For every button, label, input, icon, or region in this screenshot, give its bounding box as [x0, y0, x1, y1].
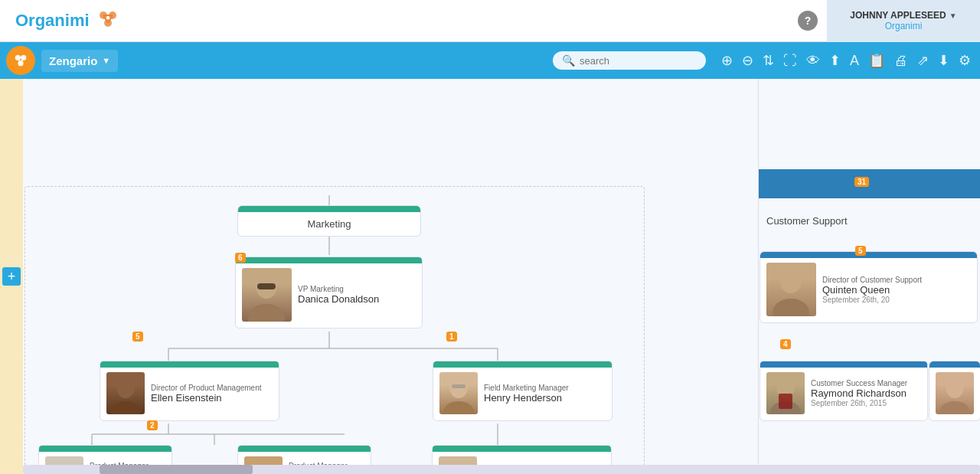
- customer-success-node[interactable]: Customer Success Manager Raymond Richard…: [760, 361, 928, 421]
- customer-support-dept-label: Customer Support: [759, 208, 980, 234]
- director-support-node[interactable]: Director of Customer Support Quinten Que…: [760, 251, 978, 323]
- search-box[interactable]: 🔍: [553, 51, 706, 70]
- zoom-out-icon[interactable]: ⊖: [742, 52, 753, 69]
- chevron-down-icon: ▼: [949, 11, 957, 20]
- top-header: Organimi ? JOHNNY APPLESEED ▼ Organimi: [0, 0, 980, 42]
- cs-top-strip: [759, 169, 980, 198]
- node-header-green: [100, 361, 279, 368]
- vp-marketing-text: VP Marketing Danica Donaldson: [298, 285, 416, 305]
- customer-success-badge: 4: [780, 339, 791, 349]
- node-body: VP Marketing Danica Donaldson: [236, 263, 422, 328]
- dept-header: [238, 206, 420, 212]
- right-section: 31 Customer Support 5 Director: [758, 79, 980, 474]
- user-org: Organimi: [885, 21, 923, 31]
- node-body: Director of Customer Support Quinten Que…: [760, 258, 977, 322]
- node-body: Director of Product Management Ellen Eis…: [100, 368, 279, 420]
- director-support-badge: 5: [855, 246, 866, 256]
- customer-support-rep-photo: [936, 372, 974, 414]
- svg-point-32: [116, 377, 135, 398]
- node-header-green: [236, 257, 422, 263]
- node-header-blue: [760, 252, 977, 258]
- svg-rect-31: [257, 283, 276, 289]
- svg-point-50: [946, 377, 964, 398]
- node-body: Customer Support R Sydney Slaughe: [929, 368, 980, 420]
- eye-icon[interactable]: 👁: [806, 53, 820, 69]
- svg-point-30: [248, 304, 285, 322]
- node-header-green: [433, 361, 612, 368]
- node-header-green: [433, 446, 611, 452]
- customer-success-photo: [766, 372, 805, 414]
- svg-point-45: [780, 269, 802, 293]
- svg-point-51: [939, 401, 970, 414]
- dept-label: Marketing: [238, 212, 420, 236]
- node-header-green: [39, 446, 172, 452]
- node-header-blue: [929, 361, 980, 368]
- user-area[interactable]: JOHNNY APPLESEED ▼ Organimi: [827, 0, 980, 42]
- director-support-photo: [766, 263, 816, 316]
- product-mgr-badge: 2: [147, 420, 158, 430]
- help-button[interactable]: ?: [798, 11, 818, 31]
- top-badge-31: 31: [854, 177, 869, 187]
- print-icon[interactable]: 🖨: [894, 53, 908, 69]
- expand-button[interactable]: +: [2, 267, 21, 286]
- vp-marketing-photo: [242, 268, 292, 322]
- customer-success-text: Customer Success Manager Raymond Richard…: [811, 379, 921, 407]
- customer-support-rep-node[interactable]: Customer Support R Sydney Slaughe: [929, 361, 980, 421]
- svg-point-33: [110, 401, 141, 414]
- scroll-thumb[interactable]: [100, 465, 253, 474]
- zoom-in-icon[interactable]: ⊕: [721, 52, 733, 69]
- toolbar: Zengario ▼ 🔍 ⊕ ⊖ ⇅ ⛶ 👁 ⬆ A 📋 🖨 ⇗ ⬇ ⚙: [0, 42, 980, 79]
- director-product-badge: 5: [132, 332, 143, 342]
- help-icon-area[interactable]: ?: [789, 11, 827, 31]
- director-product-node[interactable]: Director of Product Management Ellen Eis…: [100, 361, 279, 421]
- search-input[interactable]: [580, 55, 697, 67]
- user-name: JOHNNY APPLESEED ▼: [850, 10, 956, 21]
- expand-icon[interactable]: ⛶: [783, 53, 797, 69]
- field-marketing-photo: [439, 372, 478, 414]
- svg-rect-49: [779, 394, 792, 409]
- svg-rect-36: [452, 384, 466, 388]
- download-icon[interactable]: ⬇: [938, 52, 949, 69]
- canvas-area: + Marketing 6 VP Marketing Danica Donald…: [0, 79, 980, 474]
- org-name-button[interactable]: Zengario ▼: [41, 50, 118, 72]
- vp-marketing-node[interactable]: VP Marketing Danica Donaldson: [235, 257, 423, 329]
- marketing-dept-node[interactable]: Marketing: [237, 205, 421, 237]
- logo-text: Organimi: [15, 11, 90, 31]
- sort-icon[interactable]: ⇅: [763, 52, 774, 69]
- director-product-text: Director of Product Management Ellen Eis…: [151, 384, 273, 404]
- text-icon[interactable]: A: [850, 53, 859, 69]
- director-product-photo: [106, 372, 145, 414]
- svg-point-8: [18, 60, 23, 66]
- clipboard-icon[interactable]: 📋: [868, 52, 885, 69]
- settings-icon[interactable]: ⚙: [959, 52, 971, 69]
- left-panel: +: [0, 79, 23, 474]
- node-header-blue: [760, 361, 927, 368]
- node-body: Customer Success Manager Raymond Richard…: [760, 368, 927, 420]
- logo-area: Organimi: [0, 8, 789, 34]
- svg-point-35: [443, 401, 474, 414]
- search-icon: 🔍: [562, 54, 575, 67]
- toolbar-icons: ⊕ ⊖ ⇅ ⛶ 👁 ⬆ A 📋 🖨 ⇗ ⬇ ⚙: [721, 52, 971, 69]
- svg-point-46: [773, 299, 809, 316]
- field-marketing-node[interactable]: Field Marketing Manager Henry Henderson: [433, 361, 612, 421]
- node-body: Field Marketing Manager Henry Henderson: [433, 368, 612, 420]
- chevron-down-icon: ▼: [102, 56, 110, 65]
- director-support-text: Director of Customer Support Quinten Que…: [822, 276, 971, 304]
- upload-icon[interactable]: ⬆: [829, 52, 841, 69]
- logo-icon: [96, 8, 120, 34]
- field-marketing-badge: 1: [446, 332, 457, 342]
- field-marketing-text: Field Marketing Manager Henry Henderson: [484, 384, 606, 404]
- vp-marketing-badge: 6: [235, 253, 246, 263]
- bottom-scrollbar[interactable]: [23, 465, 980, 474]
- node-header-green: [238, 446, 371, 452]
- share-icon[interactable]: ⇗: [917, 52, 929, 69]
- org-logo-button[interactable]: [6, 46, 35, 75]
